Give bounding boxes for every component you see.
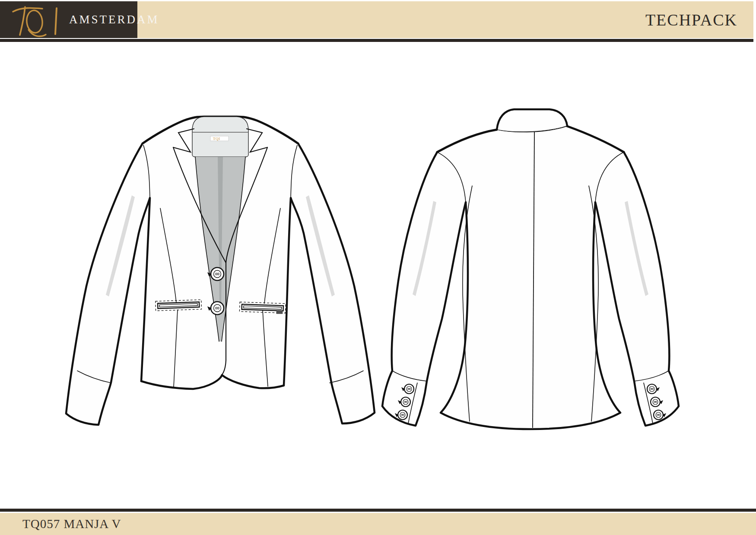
- garment-illustration: TQI: [0, 0, 756, 535]
- style-code: TQ057 MANJA V: [0, 513, 756, 535]
- footer-band: TQ057 MANJA V: [0, 513, 756, 535]
- back-view: [382, 109, 679, 429]
- front-right-sleeve: [290, 143, 375, 424]
- hem-brand-tag: [276, 310, 283, 314]
- back-body: [437, 126, 624, 429]
- collar-label-text: TQI: [213, 137, 220, 141]
- footer-rule: [0, 509, 756, 512]
- front-view: TQI: [66, 117, 375, 425]
- techpack-page: AMSTERDAM TECHPACK: [0, 0, 756, 535]
- back-left-sleeve: [382, 152, 466, 426]
- back-collar: [497, 109, 567, 132]
- front-collar-inner: TQI: [192, 117, 248, 157]
- back-right-sleeve: [595, 152, 679, 426]
